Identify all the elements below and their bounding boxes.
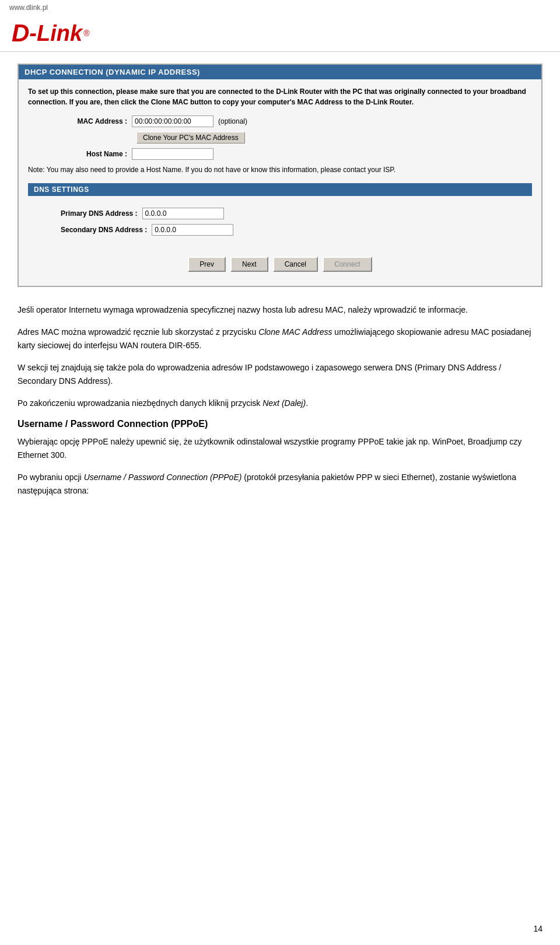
host-label: Host Name : <box>51 150 127 158</box>
logo-section: D -Link ® <box>0 15 560 52</box>
mac-address-input[interactable] <box>132 116 214 127</box>
paragraph-4: Po zakończeniu wprowadzania niezbędnych … <box>18 397 542 410</box>
paragraph-6: Po wybraniu opcji Username / Password Co… <box>18 471 542 497</box>
url-text: www.dlink.pl <box>9 4 48 12</box>
paragraph-2: Adres MAC można wprowadzić ręcznie lub s… <box>18 326 542 352</box>
section-heading: Username / Password Connection (PPPoE) <box>18 419 542 429</box>
content-area: DHCP CONNECTION (DYNAMIC IP ADDRESS) To … <box>0 52 560 518</box>
dns-section-header: DNS SETTINGS <box>28 183 532 196</box>
cancel-button[interactable]: Cancel <box>273 257 318 272</box>
connect-button[interactable]: Connect <box>323 257 372 272</box>
button-row: Prev Next Cancel Connect <box>28 257 532 279</box>
prev-button[interactable]: Prev <box>188 257 226 272</box>
secondary-dns-label: Secondary DNS Address : <box>61 226 147 234</box>
top-bar: www.dlink.pl <box>0 0 560 15</box>
dhcp-body: To set up this connection, please make s… <box>19 79 541 286</box>
secondary-dns-row: Secondary DNS Address : <box>37 224 523 236</box>
dlink-logo: D -Link ® <box>12 21 548 46</box>
clone-mac-button[interactable]: Clone Your PC's MAC Address <box>136 132 245 144</box>
paragraph-3: W sekcji tej znajdują się także pola do … <box>18 361 542 387</box>
mac-label: MAC Address : <box>51 117 127 125</box>
dns-body: Primary DNS Address : Secondary DNS Addr… <box>28 202 532 249</box>
dhcp-connection-box: DHCP CONNECTION (DYNAMIC IP ADDRESS) To … <box>18 64 542 287</box>
next-button[interactable]: Next <box>230 257 268 272</box>
note-text: Note: You may also need to provide a Hos… <box>28 164 532 175</box>
paragraph-1: Jeśli operator Internetu wymaga wprowadz… <box>18 303 542 316</box>
paragraph-5: Wybierając opcję PPPoE należy upewnić si… <box>18 435 542 461</box>
logo-d-letter: D <box>12 21 29 46</box>
dhcp-header: DHCP CONNECTION (DYNAMIC IP ADDRESS) <box>19 65 541 79</box>
dhcp-info-text: To set up this connection, please make s… <box>28 86 532 107</box>
logo-registered: ® <box>83 29 89 38</box>
host-name-row: Host Name : <box>28 148 532 160</box>
host-name-input[interactable] <box>132 148 214 160</box>
secondary-dns-input[interactable] <box>152 224 233 236</box>
mac-address-row: MAC Address : (optional) <box>28 116 532 127</box>
optional-text: (optional) <box>218 117 247 125</box>
logo-link-text: -Link <box>29 22 82 44</box>
primary-dns-input[interactable] <box>142 208 224 219</box>
primary-dns-row: Primary DNS Address : <box>37 208 523 219</box>
clone-button-row: Clone Your PC's MAC Address <box>28 132 532 144</box>
primary-dns-label: Primary DNS Address : <box>61 209 138 218</box>
